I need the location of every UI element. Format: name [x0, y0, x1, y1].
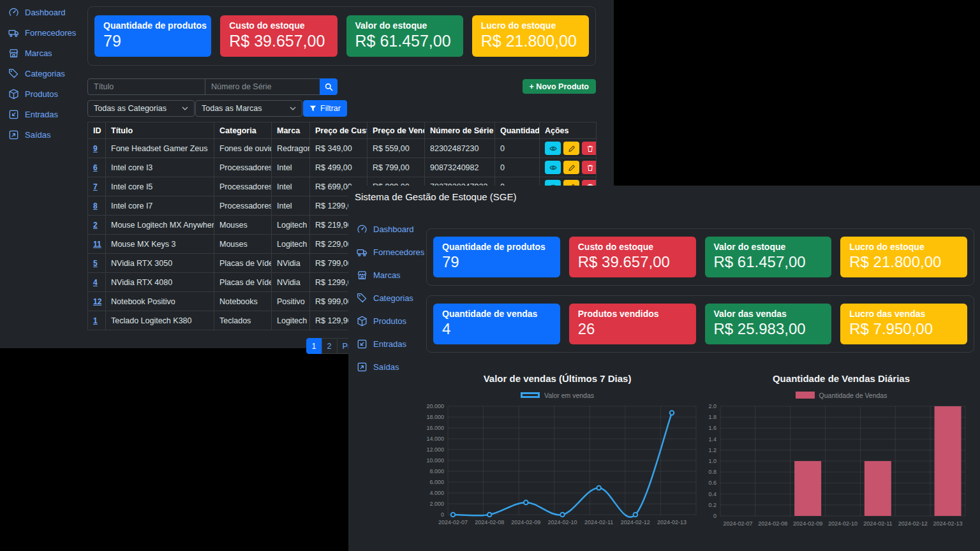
table-cell-id: 1 — [88, 311, 106, 330]
table-cell-categoria: Processadores — [214, 196, 272, 216]
sidebar-item-label: Fornecedores — [25, 28, 76, 38]
sidebar-item-saidas[interactable]: Saídas — [0, 124, 87, 145]
sidebar-item-categorias[interactable]: Categorias — [0, 63, 87, 84]
edit-button[interactable] — [563, 142, 579, 155]
svg-text:2024-02-08: 2024-02-08 — [475, 519, 504, 525]
table-cell-marca: Logitech — [272, 311, 310, 330]
serie-search-input[interactable] — [205, 78, 320, 95]
table-cell-venda: R$ 559,00 — [368, 139, 425, 158]
table-cell-marca: NVidia — [272, 273, 310, 292]
table-cell-titulo: Notebook Positivo — [106, 292, 214, 311]
svg-text:8.000: 8.000 — [429, 468, 444, 474]
sidebar-item-fornecedores[interactable]: Fornecedores — [0, 22, 87, 43]
stat-card-custo-do-estoque: Custo do estoqueR$ 39.657,00 — [220, 15, 337, 57]
svg-text:6.000: 6.000 — [429, 479, 444, 485]
column-header-categoria: Categoria — [214, 122, 272, 139]
row-id-link[interactable]: 9 — [93, 144, 98, 153]
svg-text:0.6: 0.6 — [708, 480, 716, 486]
stat-card-value: 4 — [442, 320, 551, 338]
sidebar-item-categorias[interactable]: Categorias — [348, 286, 426, 309]
trash-icon — [586, 145, 594, 152]
page-button-1[interactable]: 1 — [306, 338, 322, 354]
svg-text:18.000: 18.000 — [426, 414, 444, 420]
new-product-button[interactable]: + Novo Produto — [523, 79, 596, 94]
sidebar: DashboardFornecedoresMarcasCategoriasPro… — [348, 217, 426, 378]
view-button[interactable] — [545, 142, 561, 155]
box-icon — [357, 316, 368, 327]
sidebar-item-dashboard[interactable]: Dashboard — [0, 2, 87, 22]
table-cell-marca: Redragon — [272, 139, 310, 158]
svg-text:2024-02-13: 2024-02-13 — [933, 520, 963, 527]
filter-button[interactable]: Filtrar — [303, 100, 347, 117]
row-id-link[interactable]: 7 — [93, 182, 98, 191]
table-cell-id: 7 — [88, 177, 106, 196]
stat-card-value: R$ 21.800,00 — [481, 32, 580, 50]
stat-card-produtos-vendidos: Produtos vendidos26 — [569, 304, 696, 344]
search-button[interactable] — [320, 78, 338, 95]
brand-select[interactable]: Todas as Marcas — [195, 100, 302, 117]
table-header-row: IDTítuloCategoriaMarcaPreço de CustoPreç… — [88, 122, 597, 139]
legend-label: Valor em vendas — [544, 392, 594, 399]
table-cell-serie: 90873240982 — [425, 158, 495, 177]
row-id-link[interactable]: 2 — [93, 221, 98, 230]
box-arrow-in-icon — [8, 109, 19, 120]
row-id-link[interactable]: 11 — [93, 240, 101, 249]
svg-text:2024-02-11: 2024-02-11 — [584, 519, 613, 525]
row-id-link[interactable]: 1 — [93, 316, 98, 325]
sidebar-item-entradas[interactable]: Entradas — [348, 332, 426, 355]
truck-icon — [8, 27, 19, 38]
page-button-2[interactable]: 2 — [322, 338, 338, 354]
table-cell-actions — [540, 158, 597, 177]
svg-text:2024-02-09: 2024-02-09 — [511, 519, 540, 525]
sidebar-item-marcas[interactable]: Marcas — [0, 43, 87, 63]
chevron-down-icon — [182, 107, 188, 110]
sidebar-item-entradas[interactable]: Entradas — [0, 104, 87, 124]
sidebar-item-label: Produtos — [25, 89, 58, 99]
svg-text:0.2: 0.2 — [708, 502, 716, 508]
chart-title: Valor de vendas (Últimos 7 Dias) — [484, 373, 632, 386]
stat-card-value: R$ 7.950,00 — [849, 320, 958, 338]
sidebar-item-produtos[interactable]: Produtos — [348, 309, 426, 332]
box-arrow-out-icon — [8, 129, 19, 140]
line-legend-swatch — [521, 392, 540, 398]
stat-card-value: R$ 21.800,00 — [849, 253, 958, 271]
svg-text:20.000: 20.000 — [426, 403, 444, 409]
stat-card-quantidade-de-produtos: Quantidade de produtos79 — [433, 237, 560, 277]
row-id-link[interactable]: 12 — [93, 297, 101, 306]
category-select[interactable]: Todas as Categorias — [87, 100, 195, 117]
box-icon — [8, 89, 19, 99]
table-cell-id: 4 — [88, 273, 106, 292]
sidebar-item-marcas[interactable]: Marcas — [348, 263, 426, 286]
sidebar-item-produtos[interactable]: Produtos — [0, 84, 87, 104]
row-id-link[interactable]: 5 — [93, 259, 98, 268]
table-cell-titulo: Intel core I5 — [106, 177, 214, 196]
line-chart: 02.0004.0006.0008.00010.00012.00014.0001… — [412, 402, 702, 530]
filter-row: Todas as Categorias Todas as Marcas Filt… — [87, 100, 596, 117]
view-button[interactable] — [545, 161, 561, 174]
stat-card-label: Custo do estoque — [578, 242, 687, 252]
row-id-link[interactable]: 8 — [93, 202, 98, 210]
svg-text:1.6: 1.6 — [708, 425, 716, 431]
edit-button[interactable] — [563, 161, 579, 174]
sidebar-item-label: Marcas — [25, 48, 52, 58]
table-cell-titulo: Intel core I7 — [106, 196, 214, 216]
table-row: 6Intel core I3ProcessadoresIntelR$ 499,0… — [88, 158, 597, 177]
svg-text:2024-02-07: 2024-02-07 — [723, 520, 752, 527]
sidebar-item-label: Fornecedores — [373, 247, 424, 257]
sidebar-item-dashboard[interactable]: Dashboard — [348, 217, 426, 240]
tags-icon — [357, 293, 368, 304]
row-id-link[interactable]: 4 — [93, 278, 98, 287]
titulo-search-input[interactable] — [87, 78, 205, 95]
stats-cards-row: Quantidade de produtos79Custo do estoque… — [87, 6, 596, 66]
row-id-link[interactable]: 6 — [93, 163, 98, 172]
delete-button[interactable] — [582, 142, 597, 155]
delete-button[interactable] — [582, 161, 597, 174]
table-cell-id: 6 — [88, 158, 106, 177]
svg-text:0: 0 — [713, 513, 716, 519]
column-header-numero-de-serie: Número de Série — [425, 122, 495, 139]
legend-label: Quantidade de Vendas — [819, 392, 887, 399]
stat-card-value: R$ 25.983,00 — [714, 320, 823, 338]
stat-card-valor-das-vendas: Valor das vendasR$ 25.983,00 — [705, 304, 832, 344]
column-header-preco-de-custo: Preço de Custo — [310, 122, 368, 139]
sidebar-item-fornecedores[interactable]: Fornecedores — [348, 240, 426, 263]
